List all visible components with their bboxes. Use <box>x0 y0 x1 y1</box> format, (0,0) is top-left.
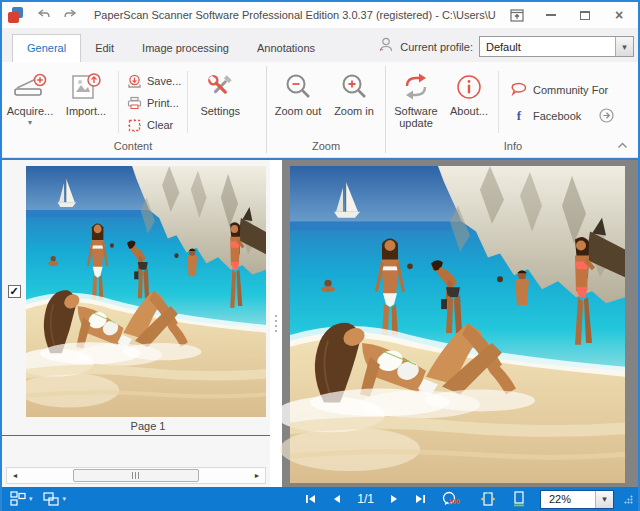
chevron-down-icon[interactable]: ▾ <box>595 491 613 508</box>
profile-value: Default <box>480 41 615 53</box>
thumbnail-pane: ✓ Page 1 ◄ ► <box>2 160 270 487</box>
page-navigation: 1/1 100 <box>305 491 526 508</box>
group-label-info: Info <box>388 138 638 156</box>
group-content: Acquire... ▾ Import... Save... <box>2 62 264 157</box>
next-page-icon[interactable] <box>390 494 399 504</box>
group-label-content: Content <box>2 138 264 156</box>
scrollbar-thumb[interactable] <box>73 469 200 482</box>
group-separator <box>266 66 267 153</box>
ribbon: Acquire... ▾ Import... Save... <box>2 62 638 158</box>
caret-down-icon[interactable]: ▾ <box>63 495 67 503</box>
zoom-in-icon <box>339 69 369 105</box>
layout-view-icon[interactable] <box>43 492 60 507</box>
svg-text:100: 100 <box>448 498 460 505</box>
sync-arrows-icon <box>399 69 433 105</box>
thumbnail-item[interactable]: ✓ <box>2 166 270 417</box>
save-icon <box>125 74 143 89</box>
tab-edit[interactable]: Edit <box>81 35 128 62</box>
zoom-out-icon <box>283 69 313 105</box>
group-label-zoom: Zoom <box>269 138 383 156</box>
fit-width-icon[interactable] <box>480 491 496 507</box>
facebook-link[interactable]: f Facebook <box>509 103 614 129</box>
content-small-buttons: Save... Print... Clear <box>123 67 183 139</box>
clear-button[interactable]: Clear <box>125 114 181 136</box>
tab-image-processing[interactable]: Image processing <box>128 35 243 62</box>
previous-page-icon[interactable] <box>332 494 341 504</box>
title-bar: PaperScan Scanner Software Professional … <box>2 2 638 28</box>
separator <box>118 71 119 133</box>
software-update-button[interactable]: Software update <box>388 67 444 129</box>
scroll-right-icon[interactable]: ► <box>249 468 265 483</box>
user-profile-icon <box>378 36 394 57</box>
content-area: ✓ Page 1 ◄ ► <box>2 158 638 487</box>
acquire-button[interactable]: Acquire... ▾ <box>2 67 58 127</box>
page-checkbox[interactable]: ✓ <box>8 285 21 298</box>
undo-icon[interactable] <box>34 7 54 23</box>
thumbnail-horizontal-scrollbar[interactable]: ◄ ► <box>6 467 266 484</box>
close-button[interactable]: × <box>606 6 632 24</box>
thumbnail-view-icon[interactable] <box>10 491 26 507</box>
page-label: Page 1 <box>2 420 270 432</box>
preview-pane <box>282 160 638 487</box>
scanned-page-thumbnail[interactable] <box>26 166 266 417</box>
page-indicator: 1/1 <box>357 492 374 506</box>
info-links: Community For f Facebook <box>503 67 614 139</box>
profile-label: Current profile: <box>400 41 473 53</box>
profile-box: Current profile: Default ▾ <box>378 36 634 62</box>
community-forum-link[interactable]: Community For <box>509 77 614 103</box>
zoom-out-button[interactable]: Zoom out <box>270 67 326 117</box>
save-button[interactable]: Save... <box>125 70 181 92</box>
caret-down-icon: ▾ <box>28 118 32 127</box>
ribbon-tab-bar: General Edit Image processing Annotation… <box>2 28 638 62</box>
zoom-level-value: 22% <box>541 493 595 505</box>
print-button[interactable]: Print... <box>125 92 181 114</box>
import-button[interactable]: Import... <box>58 67 114 117</box>
fit-page-icon[interactable] <box>512 491 526 507</box>
last-page-icon[interactable] <box>415 494 426 504</box>
caret-down-icon[interactable]: ▾ <box>29 495 33 503</box>
chevron-down-icon[interactable]: ▾ <box>615 37 633 56</box>
separator <box>187 71 188 133</box>
maximize-button[interactable] <box>572 6 598 24</box>
scanned-page-preview[interactable] <box>290 166 625 483</box>
zoom-level-select[interactable]: 22% ▾ <box>540 490 614 509</box>
separator <box>498 71 499 133</box>
scanner-icon <box>12 69 48 105</box>
dialog-launcher-icon[interactable] <box>599 108 614 125</box>
zoom-in-button[interactable]: Zoom in <box>326 67 382 117</box>
facebook-icon: f <box>517 108 521 124</box>
tab-annotations[interactable]: Annotations <box>243 35 329 62</box>
about-button[interactable]: About... <box>444 67 494 117</box>
app-logo-icon <box>8 7 24 23</box>
toggle-panel-icon[interactable] <box>504 6 530 24</box>
settings-button[interactable]: Settings <box>192 67 248 117</box>
group-zoom: Zoom out Zoom in Zoom <box>269 62 383 157</box>
redo-icon[interactable] <box>60 7 80 23</box>
info-icon <box>455 69 483 105</box>
profile-select[interactable]: Default ▾ <box>479 36 634 57</box>
app-window: PaperScan Scanner Software Professional … <box>0 0 640 511</box>
scroll-left-icon[interactable]: ◄ <box>7 468 23 483</box>
clear-icon <box>125 118 143 133</box>
tools-icon <box>204 69 236 105</box>
first-page-icon[interactable] <box>305 494 316 504</box>
group-info: Software update About... Community For <box>388 62 638 157</box>
window-title: PaperScan Scanner Software Professional … <box>94 9 496 21</box>
minimize-button[interactable] <box>538 6 564 24</box>
pane-splitter[interactable] <box>270 160 282 487</box>
collapse-ribbon-icon[interactable] <box>617 135 628 153</box>
speech-bubble-icon <box>509 83 529 97</box>
group-separator <box>385 66 386 153</box>
zoom-100-icon[interactable]: 100 <box>442 491 464 508</box>
import-icon <box>68 69 104 105</box>
status-bar: ▾ ▾ 1/1 100 <box>2 487 638 511</box>
resize-grip[interactable] <box>624 490 633 508</box>
tab-general[interactable]: General <box>12 34 81 62</box>
printer-icon <box>125 96 143 111</box>
selection-underline <box>2 435 270 436</box>
